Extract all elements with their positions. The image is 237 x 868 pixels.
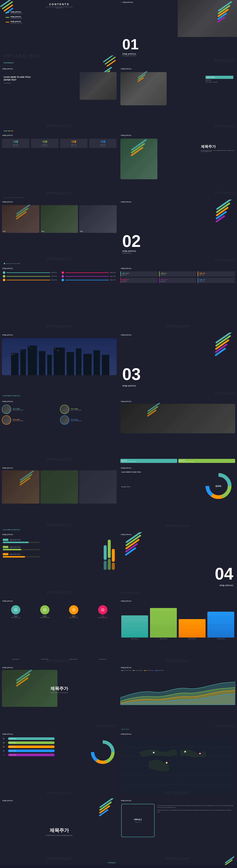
brand-wm-25: PPTAKEOUT [47,856,72,861]
slide-row-1: CONTENTS Don't try so hard, the best thi… [0,0,237,66]
svg-rect-14 [14,354,15,354]
svg-rect-15 [21,350,22,350]
slide-label-21: 제목을 입력하세요 [2,667,13,669]
photo-s3 [80,72,117,100]
circle-icons-row: TEXT ADD YOUR TITLE TEXT ADD YOUR TITLE … [2,605,117,618]
stripes-overlay [217,5,233,20]
num-row-2: 2 ADD TITLE 5 ADD TITLE [3,275,116,278]
progress-item-3: ADD YOUR TITLE [3,553,49,558]
progress-item-1: ADD YOUR TITLE [3,539,49,543]
area-chart-container [120,676,235,705]
stripes-s25 [98,802,115,813]
brand-small: PPTAKEOUT [4,62,14,64]
donut-s23 [90,739,116,766]
main-text: CLICK HERE TO ADD TITLEENTER TEXT [4,76,52,82]
num-row-1: 1 ADD TITLE 4 ADD TITLE [3,271,116,274]
svg-rect-2 [11,353,19,375]
bar-chart-area: ADD YOUR TITLE ADD YOUR TITLE ADD YOUR T… [121,604,234,659]
svg-point-49 [200,753,201,754]
step-list: 01 INPUT TITLE 02 INPUT TITLE 03 INPUT T… [3,737,55,756]
circle-img-4 [60,415,69,425]
slide-row-5: 제목을 입력하세요 1 ADD TITLE 4 ADD TITLE 2 [0,266,237,333]
final-main-title: 제목주가 [46,827,73,834]
sub-text: Try ya title text [4,83,52,84]
slide-row-6: 제목을 입력하세요 [0,333,237,399]
slide-row-8: 제목을 입력하세요 PPTAKEOUT CLICK HERE TO ADD TI… [0,466,237,532]
num-item-2: 2 ADD TITLE [3,275,57,278]
info-card-2: ADD TITLE Be determined to what. is head… [178,459,235,463]
circle-item-3: TEXT HERE enter text here description [2,415,58,425]
menu-bar-2 [5,17,9,18]
slide-row-7: 제목을 입력하세요 TEXT HERE enter text here desc… [0,399,237,466]
contents-subtitle: Don't try so hard, the best things come … [45,6,74,8]
slide-label-10: 제목을 입력하세요 [121,268,131,270]
center-title-s21: 제목주가 Be determined to what is headings [50,686,68,693]
main-title-s21: 제목주가 [50,686,68,691]
slide-label-15: 제목을 입력하세요 [2,467,13,469]
slide-22-areachart: 제목을 입력하세요 ADD YOUR TITLE TITLE EXAMPLE A… [119,665,237,732]
brand-wm-19: PPTAKEOUT [47,659,72,663]
map-svg [120,737,235,795]
svg-rect-9 [76,348,81,375]
slide-24-map: 제목을 입력하세요 [119,732,237,798]
stripes-s14 [146,407,161,414]
slide-label-6: 제목을 입력하세요 [121,134,131,136]
svg-point-30 [96,745,110,759]
svg-rect-12 [102,355,109,375]
svg-point-45 [185,751,186,752]
brand-wm-4: PPTAKEOUT [215,125,235,128]
slide-label-23: 제목을 입력하세요 [2,733,13,735]
final-title-text: 제목주가 Be determined to what is headings t… [46,827,73,836]
brand-wm-8: PPTAKEOUT [215,258,235,262]
main-title-s6: 제목주가 [201,144,234,149]
num-item-4: 4 ADD TITLE [61,271,116,274]
img-box-3: TEXT [79,205,117,233]
slide-17-progress: 제목을 입력하세요 ADD YOUR TITLE ADD YOUR TITLE [0,532,119,599]
brand-wm-22: PPTAKEOUT [215,724,235,728]
svg-rect-5 [39,351,45,375]
slide-label-11: 제목을 입력하세요 [2,334,13,336]
data-row-1: 내류 TEXT ADD TITLE 내류 214 ADD TITLE 내류 15… [120,271,235,277]
svg-rect-13 [12,354,13,354]
menu-list: 제목을 입력하세요 CLICK HERE TO ADD TITLE 제목을 입력… [5,11,22,26]
contents-header: CONTENTS Don't try so hard, the best thi… [45,3,74,8]
cityscape-cta: CLICK HERE TO ADD TITLE [3,395,20,396]
svg-point-47 [166,762,167,764]
ci-2: TEXT ADD YOUR TITLE [40,605,49,618]
slide-label-7: 제목을 입력하세요 [2,201,13,203]
slide-row-10: 제목을 입력하세요 TEXT ADD YOUR TITLE TEXT ADD Y… [0,599,237,665]
img-box-2: TEXT [41,205,78,233]
slide-19-circleicons: 제목을 입력하세요 TEXT ADD YOUR TITLE TEXT ADD Y… [0,599,119,665]
slide-25-final-title: 제목을 입력하세요 제목주가 Be determined to what is … [0,798,119,865]
num-slide-title: 제목을 입력하세요 CLICK HERE TO ADD TITLE [122,53,137,56]
step-2: 02 INPUT TITLE [3,741,55,744]
brand-wm-15: PPTAKEOUT [47,523,72,528]
edit-title-badge: EDIT TITLE [206,76,233,79]
final-text-content: Don't try so hard, the best things come … [157,805,234,813]
slide-14-photocards: 제목을 입력하세요 ADD TITLE Be determined to wha… [119,399,237,466]
svg-rect-19 [57,350,58,351]
menu-item-2: 제목을 입력하세요 CLICK HERE TO ADD TITLE [5,16,22,19]
slide-label-24: 제목을 입력하세요 [121,733,131,735]
brand-wm-23: PPTAKEOUT [47,791,72,796]
slide-4-edit-right: 제목을 입력하세요 EDIT TITLE ADD TITLE Enter tex… [119,66,237,133]
bottom-accents [4,131,13,131]
brand-wm-13: PPTAKEOUT [47,457,72,462]
step-5: 05 INPUT TITLE [3,754,55,756]
add-title-text: ADD TITLE [206,80,233,81]
decor-stripes-br [100,56,119,66]
slide-label-20: 제목을 입력하세요 [121,600,131,602]
photo-s14 [120,404,235,433]
circle-item-2: TEXT HERE enter text here description [60,405,117,414]
collage-photo-2 [41,470,78,503]
slide-2-number: 01 제목을 입력하세요 CLICK HERE TO ADD TITLE PPT… [119,0,237,66]
collage-photo-3 [79,470,117,503]
brand-watermark: PPTAKE OUT [4,53,41,59]
slide-6-title-add: 제목을 입력하세요 제목주가 Be determined to what. is… [119,133,237,199]
brand-wm-18: PPTAKEOUT [120,591,141,595]
slide-15-collage: 제목을 입력하세요 PPTAKEOUT CLICK HERE TO ADD TI… [0,466,119,532]
menu-text-1: 제목을 입력하세요 CLICK HERE TO ADD TITLE [10,11,22,14]
svg-rect-11 [94,350,100,375]
circle-item-4: TEXT HERE enter text here description [60,415,117,425]
stripes-s21 [15,675,33,683]
